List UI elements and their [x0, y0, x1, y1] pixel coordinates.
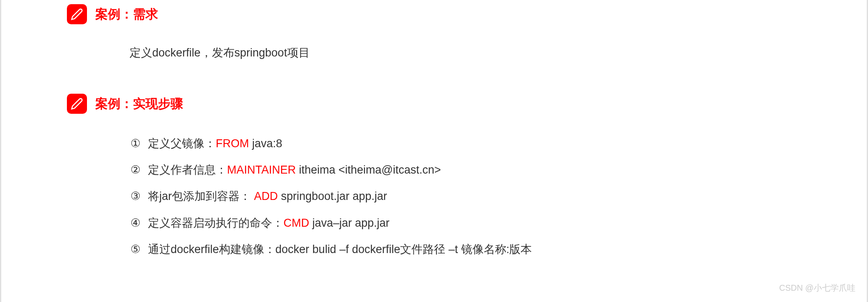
pencil-icon: [71, 97, 83, 110]
section-title-requirements: 案例：需求: [95, 6, 158, 23]
step-text: 定义父镜像：FROM java:8: [148, 135, 282, 153]
step-item: ⑤ 通过dockerfile构建镜像：docker bulid –f docke…: [130, 241, 868, 258]
step-number: ④: [130, 214, 141, 232]
step-item: ① 定义父镜像：FROM java:8: [130, 135, 868, 153]
step-item: ② 定义作者信息：MAINTAINER itheima <itheima@itc…: [130, 161, 868, 179]
step-rest: itheima <itheima@itcast.cn>: [299, 164, 441, 176]
section-title-steps: 案例：实现步骤: [95, 95, 183, 113]
section-requirements: 案例：需求 定义dockerfile，发布springboot项目: [67, 4, 868, 60]
pencil-icon: [71, 8, 83, 20]
step-label: 定义父镜像：: [148, 137, 216, 150]
requirements-content: 定义dockerfile，发布springboot项目: [130, 45, 868, 60]
step-item: ③ 将jar包添加到容器： ADD springboot.jar app.jar: [130, 187, 868, 205]
section-header-requirements: 案例：需求: [67, 4, 868, 24]
step-label: 通过dockerfile构建镜像：docker bulid –f dockerf…: [148, 243, 532, 256]
step-text: 定义容器启动执行的命令：CMD java–jar app.jar: [148, 214, 390, 232]
step-number: ③: [130, 187, 141, 205]
step-keyword: MAINTAINER: [227, 164, 299, 176]
pencil-icon-box: [67, 4, 87, 24]
step-keyword: CMD: [283, 217, 309, 229]
step-rest: java:8: [249, 137, 282, 150]
step-number: ⑤: [130, 241, 141, 258]
left-border: [0, 0, 1, 302]
steps-list: ① 定义父镜像：FROM java:8 ② 定义作者信息：MAINTAINER …: [130, 135, 868, 258]
step-text: 将jar包添加到容器： ADD springboot.jar app.jar: [148, 187, 387, 205]
step-rest: java–jar app.jar: [309, 217, 390, 229]
step-label: 定义作者信息：: [148, 164, 227, 176]
step-label: 定义容器启动执行的命令：: [148, 217, 283, 229]
step-text: 通过dockerfile构建镜像：docker bulid –f dockerf…: [148, 241, 532, 258]
step-rest: springboot.jar app.jar: [278, 190, 387, 202]
step-keyword: ADD: [254, 190, 278, 202]
watermark: CSDN @小七学爪哇: [779, 282, 855, 294]
step-number: ②: [130, 161, 141, 179]
step-number: ①: [130, 135, 141, 153]
step-text: 定义作者信息：MAINTAINER itheima <itheima@itcas…: [148, 161, 441, 179]
step-item: ④ 定义容器启动执行的命令：CMD java–jar app.jar: [130, 214, 868, 232]
step-keyword: FROM: [216, 137, 249, 150]
section-steps: 案例：实现步骤 ① 定义父镜像：FROM java:8 ② 定义作者信息：MAI…: [67, 94, 868, 258]
step-label: 将jar包添加到容器：: [148, 190, 254, 202]
pencil-icon-box: [67, 94, 87, 114]
section-header-steps: 案例：实现步骤: [67, 94, 868, 114]
